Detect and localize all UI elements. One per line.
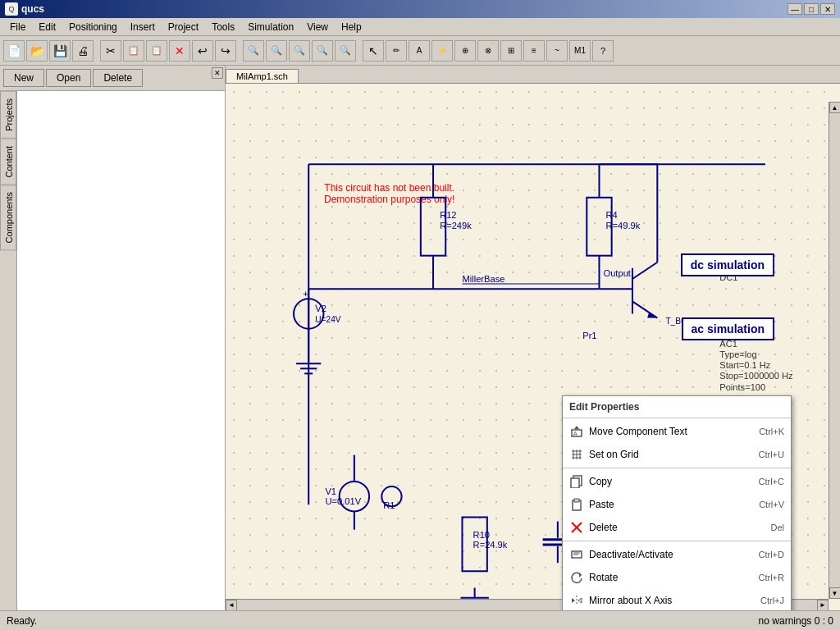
svg-text:Points=100: Points=100: [719, 382, 765, 392]
open-project-button[interactable]: Open: [46, 69, 91, 87]
app-title: qucs: [21, 3, 44, 15]
context-menu-header[interactable]: Edit Properties: [563, 398, 791, 416]
sidebar-content: Projects Content Components: [0, 91, 225, 610]
svg-text:Type=log: Type=log: [719, 349, 756, 359]
rotate-icon: [569, 570, 584, 585]
wire-button[interactable]: ✏: [386, 40, 407, 62]
label-button[interactable]: A: [409, 40, 430, 62]
copy-icon: [569, 474, 584, 489]
dc-sim-box[interactable]: dc simulation: [681, 253, 774, 276]
delete-button[interactable]: ✕: [169, 40, 190, 62]
tool3-button[interactable]: ⊞: [500, 40, 522, 62]
tool4-button[interactable]: ≡: [523, 40, 545, 62]
context-menu-delete[interactable]: Delete Del: [563, 516, 791, 539]
save-button[interactable]: 💾: [49, 40, 71, 62]
new-button[interactable]: 📄: [3, 40, 25, 62]
tool6-button[interactable]: M1: [569, 40, 591, 62]
cut-button[interactable]: ✂: [100, 40, 121, 62]
toolbar: 📄 📂 💾 🖨 ✂ 📋 📋 ✕ ↩ ↪ 🔍 🔍 🔍 🔍 🔍 ↖ ✏ A ⚡ ⊕ …: [0, 36, 840, 66]
tool2-button[interactable]: ⊗: [477, 40, 499, 62]
new-project-button[interactable]: New: [3, 69, 44, 87]
redo-button[interactable]: ↪: [215, 40, 236, 62]
menu-item-view[interactable]: View: [300, 20, 335, 34]
move-text-icon: A: [569, 424, 584, 439]
menubar: FileEditPositioningInsertProjectToolsSim…: [0, 18, 840, 36]
svg-text:U=0.01V: U=0.01V: [325, 496, 361, 506]
svg-rect-94: [571, 478, 579, 488]
zoom-fit-button[interactable]: 🔍: [289, 40, 310, 62]
sidebar-vertical-tabs: Projects Content Components: [0, 91, 17, 610]
context-menu-copy[interactable]: Copy Ctrl+C: [563, 470, 791, 493]
zoom-out-button[interactable]: 🔍: [266, 40, 287, 62]
component-button[interactable]: ⚡: [431, 40, 453, 62]
schematic-canvas[interactable]: This circuit has not been built. Demonst…: [226, 84, 840, 610]
sidebar: New Open Delete ✕ Projects Content Compo…: [0, 66, 226, 610]
svg-text:A: A: [573, 431, 578, 436]
menu-item-simulation[interactable]: Simulation: [241, 20, 300, 34]
sidebar-tab-content[interactable]: Content: [0, 139, 16, 185]
statusbar: Ready. no warnings 0 : 0: [0, 610, 840, 630]
menu-item-help[interactable]: Help: [335, 20, 368, 34]
menu-item-project[interactable]: Project: [162, 20, 205, 34]
menu-item-edit[interactable]: Edit: [32, 20, 62, 34]
context-menu-deactivate[interactable]: Deactivate/Activate Ctrl+D: [563, 543, 791, 566]
context-menu-set-grid[interactable]: Set on Grid Ctrl+U: [563, 443, 791, 466]
sidebar-tab-components[interactable]: Components: [0, 185, 16, 250]
scroll-left-button[interactable]: ◄: [226, 600, 237, 611]
help-button[interactable]: ?: [592, 40, 614, 62]
select-button[interactable]: ↖: [363, 40, 384, 62]
svg-text:V1: V1: [325, 486, 336, 496]
delete-icon: [569, 520, 584, 535]
sidebar-close-button[interactable]: ✕: [212, 67, 223, 79]
svg-text:R=249k: R=249k: [440, 221, 472, 231]
app-icon: Q: [5, 2, 18, 16]
titlebar-controls: — □ ✕: [788, 3, 835, 15]
copy-button[interactable]: 📋: [123, 40, 144, 62]
warnings-text: no warnings 0 : 0: [759, 615, 833, 627]
menu-item-file[interactable]: File: [3, 20, 32, 34]
sidebar-main-area: [17, 91, 225, 610]
svg-text:V2: V2: [315, 304, 326, 313]
tool5-button[interactable]: ~: [546, 40, 568, 62]
context-menu-paste[interactable]: Paste Ctrl+V: [563, 493, 791, 516]
print-button[interactable]: 🖨: [72, 40, 94, 62]
menu-item-tools[interactable]: Tools: [205, 20, 241, 34]
deactivate-icon: [569, 547, 584, 562]
svg-marker-102: [579, 573, 582, 578]
maximize-button[interactable]: □: [804, 3, 819, 15]
zoom-reset-button[interactable]: 🔍: [335, 40, 356, 62]
context-menu-mirror-x[interactable]: Mirror about X Axis Ctrl+J: [563, 589, 791, 610]
scroll-down-button[interactable]: ▼: [829, 587, 841, 599]
svg-text:Stop=1000000 Hz: Stop=1000000 Hz: [719, 371, 793, 381]
ac-sim-box[interactable]: ac simulation: [682, 317, 774, 340]
open-button[interactable]: 📂: [26, 40, 48, 62]
tool1-button[interactable]: ⊕: [454, 40, 476, 62]
svg-text:Pr1: Pr1: [582, 331, 596, 340]
undo-button[interactable]: ↩: [192, 40, 213, 62]
menu-item-insert[interactable]: Insert: [124, 20, 162, 34]
main-layout: New Open Delete ✕ Projects Content Compo…: [0, 66, 840, 610]
svg-text:Output: Output: [604, 268, 632, 278]
menu-item-positioning[interactable]: Positioning: [62, 20, 124, 34]
tab-bar: MilAmp1.sch: [226, 66, 840, 84]
zoom-select-button[interactable]: 🔍: [312, 40, 333, 62]
zoom-in-button[interactable]: 🔍: [243, 40, 264, 62]
minimize-button[interactable]: —: [788, 3, 802, 15]
scroll-up-button[interactable]: ▲: [829, 102, 841, 113]
scroll-track-vertical[interactable]: [829, 113, 840, 587]
svg-text:R4: R4: [606, 210, 618, 220]
svg-line-27: [632, 262, 657, 279]
sidebar-tab-projects[interactable]: Projects: [0, 91, 16, 139]
grid-icon: [569, 447, 584, 462]
tab-milamp1[interactable]: MilAmp1.sch: [226, 69, 299, 83]
svg-text:MillerBase: MillerBase: [462, 274, 504, 284]
close-button[interactable]: ✕: [820, 3, 835, 15]
paste-button[interactable]: 📋: [146, 40, 167, 62]
delete-project-button[interactable]: Delete: [93, 69, 143, 87]
vertical-scrollbar[interactable]: ▲ ▼: [829, 102, 840, 599]
svg-text:R=24.9k: R=24.9k: [473, 540, 508, 550]
context-menu-rotate[interactable]: Rotate Ctrl+R: [563, 566, 791, 589]
context-menu-move-text[interactable]: A Move Component Text Ctrl+K: [563, 420, 791, 443]
mirror-x-icon: [569, 593, 584, 608]
scroll-right-button[interactable]: ►: [817, 600, 829, 611]
